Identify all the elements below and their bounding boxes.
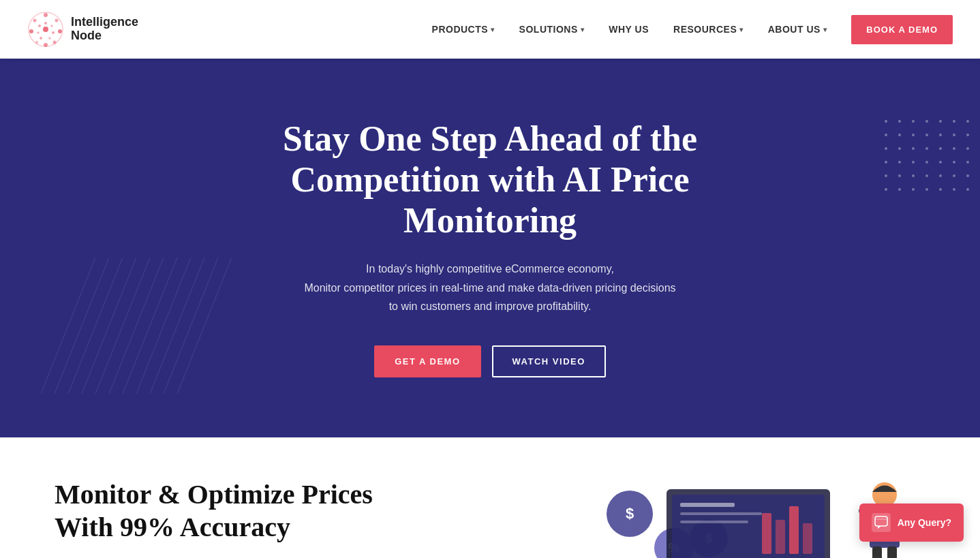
svg-rect-47 (789, 506, 799, 554)
logo-icon (27, 11, 64, 48)
svg-point-8 (33, 19, 37, 22)
svg-point-7 (29, 29, 33, 33)
nav-why-us[interactable]: WHY US (609, 24, 649, 35)
hero-title: Stay One Step Ahead of the Competition w… (245, 119, 735, 241)
watch-video-button[interactable]: WATCH VIDEO (492, 345, 606, 377)
svg-point-6 (35, 41, 38, 44)
hero-content: Stay One Step Ahead of the Competition w… (245, 119, 735, 377)
chevron-down-icon: ▾ (581, 26, 585, 33)
hero-buttons: GET A DEMO WATCH VIDEO (245, 345, 735, 377)
dollar-circle-1: $ (607, 491, 653, 537)
svg-point-4 (53, 41, 57, 44)
nav-about-us[interactable]: ABOUT US ▾ (768, 24, 827, 35)
svg-rect-38 (872, 546, 882, 558)
svg-line-17 (41, 258, 95, 394)
decorative-dots (878, 113, 980, 202)
hero-subtitle: In today's highly competitive eCommerce … (245, 260, 735, 315)
svg-rect-39 (887, 546, 897, 558)
svg-line-25 (150, 258, 204, 394)
lower-text: Monitor & Optimize Prices With 99% Accur… (55, 478, 373, 544)
svg-point-16 (43, 27, 48, 32)
logo-name-bottom: Node (71, 29, 138, 43)
svg-line-24 (136, 258, 191, 394)
svg-point-3 (58, 29, 62, 33)
book-demo-button[interactable]: BOOK A DEMO (851, 15, 953, 44)
svg-point-14 (37, 31, 40, 34)
chevron-down-icon: ▾ (823, 26, 827, 33)
get-demo-button[interactable]: GET A DEMO (374, 345, 480, 377)
svg-line-21 (95, 258, 150, 394)
chevron-down-icon: ▾ (739, 26, 744, 33)
svg-point-5 (44, 43, 48, 47)
svg-line-18 (55, 258, 109, 394)
nav-links: PRODUCTS ▾ SOLUTIONS ▾ WHY US RESOURCES … (432, 15, 953, 44)
svg-line-26 (164, 258, 218, 394)
nav-resources[interactable]: RESOURCES ▾ (673, 24, 744, 35)
svg-text:$: $ (626, 505, 634, 522)
decorative-lines (41, 258, 232, 397)
hero-section: Stay One Step Ahead of the Competition w… (0, 59, 980, 437)
lower-section: Monitor & Optimize Prices With 99% Accur… (0, 437, 980, 558)
svg-point-15 (38, 25, 41, 27)
svg-line-20 (82, 258, 136, 394)
svg-point-12 (48, 37, 51, 40)
navbar: Intelligence Node PRODUCTS ▾ SOLUTIONS ▾… (0, 0, 980, 59)
svg-rect-49 (875, 516, 887, 526)
nav-products[interactable]: PRODUCTS ▾ (432, 24, 495, 35)
chat-label: Any Query? (898, 517, 951, 528)
svg-point-10 (50, 25, 53, 27)
svg-line-23 (123, 258, 177, 394)
chat-icon (872, 513, 891, 532)
svg-line-27 (177, 258, 232, 394)
logo-name-top: Intelligence (71, 16, 138, 29)
svg-line-19 (68, 258, 123, 394)
svg-rect-48 (803, 523, 812, 554)
svg-rect-46 (776, 520, 785, 554)
logo[interactable]: Intelligence Node (27, 11, 138, 48)
chat-widget[interactable]: Any Query? (859, 503, 964, 542)
svg-rect-45 (762, 513, 771, 554)
nav-solutions[interactable]: SOLUTIONS ▾ (519, 24, 585, 35)
svg-point-2 (55, 19, 59, 22)
device-illustration (667, 476, 844, 558)
svg-point-9 (44, 22, 47, 25)
svg-line-22 (109, 258, 164, 394)
svg-point-1 (44, 13, 48, 17)
svg-rect-43 (680, 512, 762, 515)
lower-title: Monitor & Optimize Prices With 99% Accur… (55, 478, 373, 544)
svg-point-13 (40, 37, 42, 40)
svg-rect-44 (680, 521, 748, 523)
svg-rect-42 (680, 503, 735, 507)
svg-point-11 (52, 31, 55, 34)
logo-text: Intelligence Node (71, 16, 138, 43)
chevron-down-icon: ▾ (491, 26, 495, 33)
